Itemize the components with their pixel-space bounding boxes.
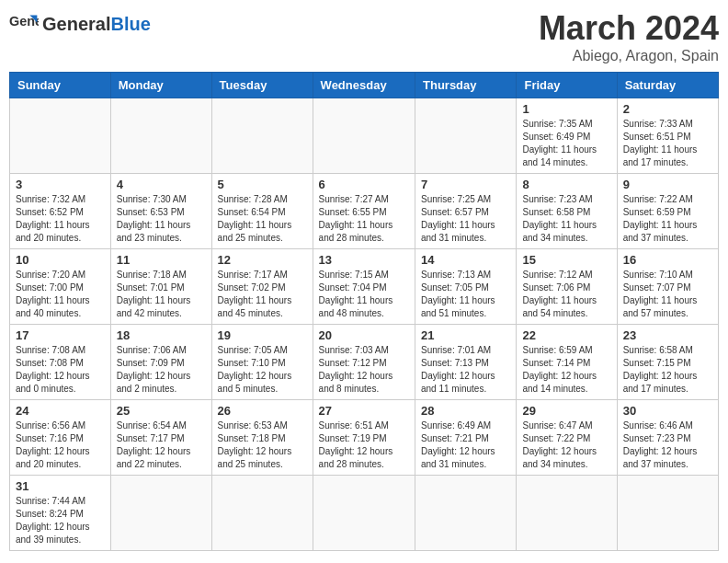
day-info: Sunrise: 7:08 AM Sunset: 7:08 PM Dayligh… xyxy=(16,344,105,396)
calendar-week-row: 31Sunrise: 7:44 AM Sunset: 8:24 PM Dayli… xyxy=(10,476,719,551)
day-number: 28 xyxy=(421,404,510,418)
logo: General GeneralBlue xyxy=(9,9,151,39)
day-number: 31 xyxy=(16,479,105,493)
day-info: Sunrise: 7:23 AM Sunset: 6:58 PM Dayligh… xyxy=(522,193,610,245)
calendar-cell xyxy=(211,476,313,551)
calendar-week-row: 3Sunrise: 7:32 AM Sunset: 6:52 PM Daylig… xyxy=(10,174,719,249)
day-number: 23 xyxy=(623,328,712,342)
day-info: Sunrise: 7:35 AM Sunset: 6:49 PM Dayligh… xyxy=(522,118,610,169)
column-header-wednesday: Wednesday xyxy=(313,73,415,98)
calendar-cell xyxy=(110,476,211,551)
logo-icon: General xyxy=(9,9,39,39)
day-number: 1 xyxy=(522,102,610,116)
day-number: 29 xyxy=(522,404,610,418)
calendar-cell: 10Sunrise: 7:20 AM Sunset: 7:00 PM Dayli… xyxy=(10,249,111,325)
day-info: Sunrise: 6:56 AM Sunset: 7:16 PM Dayligh… xyxy=(16,419,105,471)
calendar-cell: 1Sunrise: 7:35 AM Sunset: 6:49 PM Daylig… xyxy=(517,98,617,174)
calendar-cell: 31Sunrise: 7:44 AM Sunset: 8:24 PM Dayli… xyxy=(10,476,111,551)
calendar-cell: 11Sunrise: 7:18 AM Sunset: 7:01 PM Dayli… xyxy=(110,249,211,325)
day-info: Sunrise: 7:44 AM Sunset: 8:24 PM Dayligh… xyxy=(16,495,105,546)
location-title: Abiego, Aragon, Spain xyxy=(539,48,719,64)
day-number: 14 xyxy=(421,253,510,267)
day-number: 3 xyxy=(16,178,105,191)
calendar-header-row: SundayMondayTuesdayWednesdayThursdayFrid… xyxy=(10,73,719,98)
column-header-saturday: Saturday xyxy=(617,73,718,98)
column-header-sunday: Sunday xyxy=(10,73,111,98)
day-info: Sunrise: 7:30 AM Sunset: 6:53 PM Dayligh… xyxy=(117,193,206,245)
day-info: Sunrise: 6:54 AM Sunset: 7:17 PM Dayligh… xyxy=(117,419,206,471)
day-info: Sunrise: 7:03 AM Sunset: 7:12 PM Dayligh… xyxy=(319,344,409,396)
month-title: March 2024 xyxy=(539,9,719,48)
column-header-tuesday: Tuesday xyxy=(211,73,313,98)
day-info: Sunrise: 7:22 AM Sunset: 6:59 PM Dayligh… xyxy=(623,193,712,245)
title-area: March 2024 Abiego, Aragon, Spain xyxy=(539,9,719,64)
calendar-cell xyxy=(313,98,415,174)
calendar-cell: 8Sunrise: 7:23 AM Sunset: 6:58 PM Daylig… xyxy=(517,174,617,249)
logo-blue-text: Blue xyxy=(110,14,150,34)
calendar-cell: 21Sunrise: 7:01 AM Sunset: 7:13 PM Dayli… xyxy=(415,325,517,400)
calendar-cell: 4Sunrise: 7:30 AM Sunset: 6:53 PM Daylig… xyxy=(110,174,211,249)
day-number: 25 xyxy=(117,404,206,418)
day-info: Sunrise: 7:15 AM Sunset: 7:04 PM Dayligh… xyxy=(319,269,409,320)
calendar-cell xyxy=(617,476,718,551)
day-info: Sunrise: 7:33 AM Sunset: 6:51 PM Dayligh… xyxy=(623,118,712,169)
day-number: 15 xyxy=(522,253,610,267)
calendar-cell xyxy=(10,98,111,174)
calendar-cell: 9Sunrise: 7:22 AM Sunset: 6:59 PM Daylig… xyxy=(617,174,718,249)
logo-general-text: General xyxy=(42,14,110,34)
calendar-cell: 30Sunrise: 6:46 AM Sunset: 7:23 PM Dayli… xyxy=(617,400,718,476)
calendar-cell: 13Sunrise: 7:15 AM Sunset: 7:04 PM Dayli… xyxy=(313,249,415,325)
day-number: 21 xyxy=(421,328,510,342)
day-number: 5 xyxy=(218,178,307,191)
column-header-friday: Friday xyxy=(517,73,617,98)
calendar-week-row: 10Sunrise: 7:20 AM Sunset: 7:00 PM Dayli… xyxy=(10,249,719,325)
day-number: 30 xyxy=(623,404,712,418)
day-info: Sunrise: 6:51 AM Sunset: 7:19 PM Dayligh… xyxy=(319,419,409,471)
day-info: Sunrise: 7:01 AM Sunset: 7:13 PM Dayligh… xyxy=(421,344,510,396)
day-info: Sunrise: 6:47 AM Sunset: 7:22 PM Dayligh… xyxy=(522,419,610,471)
calendar-cell xyxy=(415,98,517,174)
calendar-cell: 28Sunrise: 6:49 AM Sunset: 7:21 PM Dayli… xyxy=(415,400,517,476)
calendar-cell xyxy=(415,476,517,551)
day-info: Sunrise: 6:53 AM Sunset: 7:18 PM Dayligh… xyxy=(218,419,307,471)
calendar-cell: 20Sunrise: 7:03 AM Sunset: 7:12 PM Dayli… xyxy=(313,325,415,400)
day-info: Sunrise: 7:27 AM Sunset: 6:55 PM Dayligh… xyxy=(319,193,409,245)
day-number: 20 xyxy=(319,328,409,342)
calendar-cell xyxy=(211,98,313,174)
calendar-week-row: 1Sunrise: 7:35 AM Sunset: 6:49 PM Daylig… xyxy=(10,98,719,174)
calendar-cell: 24Sunrise: 6:56 AM Sunset: 7:16 PM Dayli… xyxy=(10,400,111,476)
day-number: 18 xyxy=(117,328,206,342)
calendar-cell: 12Sunrise: 7:17 AM Sunset: 7:02 PM Dayli… xyxy=(211,249,313,325)
calendar-cell: 19Sunrise: 7:05 AM Sunset: 7:10 PM Dayli… xyxy=(211,325,313,400)
day-number: 9 xyxy=(623,178,712,191)
day-number: 16 xyxy=(623,253,712,267)
calendar-cell xyxy=(110,98,211,174)
calendar-cell: 7Sunrise: 7:25 AM Sunset: 6:57 PM Daylig… xyxy=(415,174,517,249)
day-info: Sunrise: 7:25 AM Sunset: 6:57 PM Dayligh… xyxy=(421,193,510,245)
day-info: Sunrise: 7:20 AM Sunset: 7:00 PM Dayligh… xyxy=(16,269,105,320)
column-header-thursday: Thursday xyxy=(415,73,517,98)
calendar-cell: 5Sunrise: 7:28 AM Sunset: 6:54 PM Daylig… xyxy=(211,174,313,249)
calendar-cell: 2Sunrise: 7:33 AM Sunset: 6:51 PM Daylig… xyxy=(617,98,718,174)
calendar-cell: 15Sunrise: 7:12 AM Sunset: 7:06 PM Dayli… xyxy=(517,249,617,325)
day-info: Sunrise: 7:32 AM Sunset: 6:52 PM Dayligh… xyxy=(16,193,105,245)
day-number: 19 xyxy=(218,328,307,342)
day-info: Sunrise: 7:10 AM Sunset: 7:07 PM Dayligh… xyxy=(623,269,712,320)
day-info: Sunrise: 7:17 AM Sunset: 7:02 PM Dayligh… xyxy=(218,269,307,320)
calendar-cell: 17Sunrise: 7:08 AM Sunset: 7:08 PM Dayli… xyxy=(10,325,111,400)
day-number: 8 xyxy=(522,178,610,191)
calendar-cell: 27Sunrise: 6:51 AM Sunset: 7:19 PM Dayli… xyxy=(313,400,415,476)
calendar-week-row: 24Sunrise: 6:56 AM Sunset: 7:16 PM Dayli… xyxy=(10,400,719,476)
calendar-cell: 26Sunrise: 6:53 AM Sunset: 7:18 PM Dayli… xyxy=(211,400,313,476)
day-info: Sunrise: 7:13 AM Sunset: 7:05 PM Dayligh… xyxy=(421,269,510,320)
day-info: Sunrise: 7:28 AM Sunset: 6:54 PM Dayligh… xyxy=(218,193,307,245)
day-info: Sunrise: 6:49 AM Sunset: 7:21 PM Dayligh… xyxy=(421,419,510,471)
day-number: 22 xyxy=(522,328,610,342)
calendar-cell: 6Sunrise: 7:27 AM Sunset: 6:55 PM Daylig… xyxy=(313,174,415,249)
day-info: Sunrise: 6:58 AM Sunset: 7:15 PM Dayligh… xyxy=(623,344,712,396)
day-number: 13 xyxy=(319,253,409,267)
day-number: 7 xyxy=(421,178,510,191)
day-number: 26 xyxy=(218,404,307,418)
day-info: Sunrise: 7:12 AM Sunset: 7:06 PM Dayligh… xyxy=(522,269,610,320)
day-info: Sunrise: 6:46 AM Sunset: 7:23 PM Dayligh… xyxy=(623,419,712,471)
